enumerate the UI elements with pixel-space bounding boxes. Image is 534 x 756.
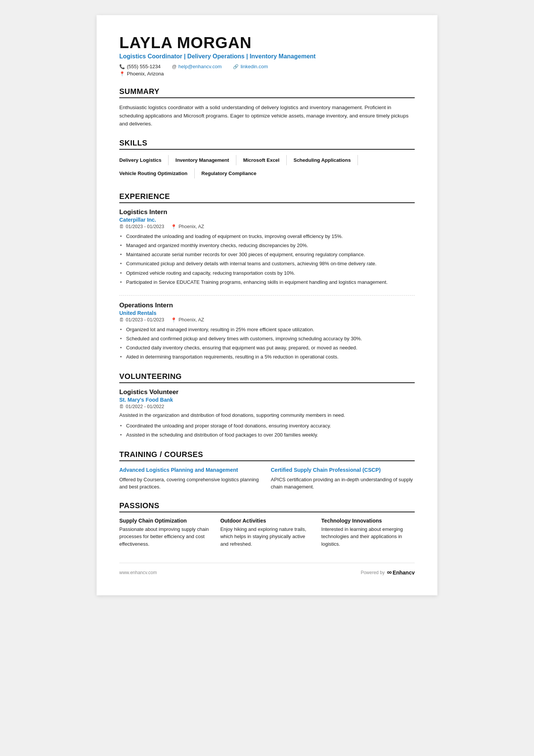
job-1-title: Logistics Intern <box>119 208 415 216</box>
experience-title: EXPERIENCE <box>119 192 415 203</box>
skill-microsoft-excel: Microsoft Excel <box>243 155 287 165</box>
link-icon: 🔗 <box>233 64 239 69</box>
bullet-item: Scheduled and confirmed pickup and deliv… <box>120 334 415 343</box>
skill-inventory-management: Inventory Management <box>175 155 236 165</box>
training-item-1: Advanced Logistics Planning and Manageme… <box>119 466 263 491</box>
job-1-meta: 🗓 01/2023 - 01/2023 📍 Phoenix, AZ <box>119 224 415 230</box>
bullet-item: Communicated pickup and delivery details… <box>120 259 415 268</box>
job-1-bullets: Coordinated the unloading and loading of… <box>119 232 415 287</box>
skills-section: SKILLS Delivery Logistics Inventory Mana… <box>119 139 415 182</box>
footer: www.enhancv.com Powered by ∞ Enhancv <box>119 563 415 576</box>
vol-date: 🗓 01/2022 - 01/2022 <box>119 404 164 409</box>
skill-vehicle-routing: Vehicle Routing Optimization <box>119 168 195 178</box>
training-item-2: Certified Supply Chain Professional (CSC… <box>271 466 415 491</box>
summary-title: SUMMARY <box>119 87 415 98</box>
resume-document: LAYLA MORGAN Logistics Coordinator | Del… <box>97 15 437 595</box>
candidate-name: LAYLA MORGAN <box>119 34 415 52</box>
vol-meta: 🗓 01/2022 - 01/2022 <box>119 404 415 409</box>
passion-3-title: Technology Innovations <box>321 518 415 524</box>
skill-delivery-logistics: Delivery Logistics <box>119 155 169 165</box>
job-2-company: United Rentals <box>119 310 415 316</box>
passion-2-title: Outdoor Activities <box>220 518 314 524</box>
calendar-icon: 🗓 <box>119 404 124 409</box>
bullet-item: Participated in Service EDUCATE Training… <box>120 278 415 287</box>
experience-section: EXPERIENCE Logistics Intern Caterpillar … <box>119 192 415 362</box>
training-1-title: Advanced Logistics Planning and Manageme… <box>119 466 263 474</box>
job-2-meta: 🗓 01/2023 - 01/2023 📍 Phoenix, AZ <box>119 317 415 323</box>
powered-by-text: Powered by <box>361 570 384 575</box>
skill-regulatory-compliance: Regulatory Compliance <box>201 168 263 178</box>
passion-1-desc: Passionate about improving supply chain … <box>119 526 213 548</box>
summary-section: SUMMARY Enthusiastic logistics coordinat… <box>119 87 415 128</box>
location-row: 📍 Phoenix, Arizona <box>119 71 415 77</box>
bullet-item: Aided in determining transportation requ… <box>120 352 415 362</box>
job-2-location: 📍 Phoenix, AZ <box>171 317 204 323</box>
job-1-company: Caterpillar Inc. <box>119 217 415 223</box>
training-1-desc: Offered by Coursera, covering comprehens… <box>119 476 263 491</box>
calendar-icon: 🗓 <box>119 224 124 229</box>
footer-brand: Powered by ∞ Enhancv <box>361 568 415 576</box>
job-2-bullets: Organized lot and managed inventory, res… <box>119 325 415 362</box>
linkedin-contact: 🔗 linkedin.com <box>233 64 268 69</box>
bullet-item: Organized lot and managed inventory, res… <box>120 325 415 334</box>
training-section: TRAINING / COURSES Advanced Logistics Pl… <box>119 450 415 491</box>
job-2-date: 🗓 01/2023 - 01/2023 <box>119 317 164 323</box>
enhancv-logo-icon: ∞ <box>387 568 392 576</box>
footer-website: www.enhancv.com <box>119 570 157 575</box>
bullet-item: Assisted in the scheduling and distribut… <box>120 430 415 440</box>
summary-text: Enthusiastic logistics coordinator with … <box>119 103 415 128</box>
vol-role: Logistics Volunteer <box>119 388 415 396</box>
bullet-item: Optimized vehicle routing and capacity, … <box>120 269 415 278</box>
passion-2-desc: Enjoy hiking and exploring nature trails… <box>220 526 314 548</box>
email-link[interactable]: help@enhancv.com <box>178 64 222 69</box>
volunteering-title: VOLUNTEERING <box>119 372 415 383</box>
linkedin-link[interactable]: linkedin.com <box>240 64 268 69</box>
training-2-title: Certified Supply Chain Professional (CSC… <box>271 466 415 474</box>
location-contact: 📍 Phoenix, Arizona <box>119 71 164 77</box>
email-icon: @ <box>172 64 176 69</box>
bullet-item: Conducted daily inventory checks, ensuri… <box>120 343 415 352</box>
job-1: Logistics Intern Caterpillar Inc. 🗓 01/2… <box>119 208 415 287</box>
skills-grid: Delivery Logistics Inventory Management … <box>119 155 415 182</box>
phone-icon: 📞 <box>119 64 125 69</box>
location-icon: 📍 <box>119 71 125 77</box>
enhancv-logo: ∞ Enhancv <box>387 568 415 576</box>
passion-item-3: Technology Innovations Interested in lea… <box>321 518 415 548</box>
bullet-item: Coordinated the unloading and proper sto… <box>120 421 415 430</box>
skill-scheduling-applications: Scheduling Applications <box>294 155 358 165</box>
phone-contact: 📞 (555) 555-1234 <box>119 64 161 69</box>
contact-row: 📞 (555) 555-1234 @ help@enhancv.com 🔗 li… <box>119 64 415 69</box>
job-divider <box>119 295 415 296</box>
candidate-title: Logistics Coordinator | Delivery Operati… <box>119 53 415 60</box>
training-2-desc: APICS certification providing an in-dept… <box>271 476 415 491</box>
volunteering-section: VOLUNTEERING Logistics Volunteer St. Mar… <box>119 372 415 440</box>
job-2-title: Operations Intern <box>119 302 415 309</box>
passions-section: PASSIONS Supply Chain Optimization Passi… <box>119 501 415 548</box>
training-grid: Advanced Logistics Planning and Manageme… <box>119 466 415 491</box>
phone-number: (555) 555-1234 <box>127 64 161 69</box>
location-text: Phoenix, Arizona <box>127 71 164 77</box>
calendar-icon: 🗓 <box>119 317 124 322</box>
vol-bullets: Coordinated the unloading and proper sto… <box>119 421 415 440</box>
vol-org: St. Mary's Food Bank <box>119 397 415 403</box>
passion-item-1: Supply Chain Optimization Passionate abo… <box>119 518 213 548</box>
bullet-item: Coordinated the unloading and loading of… <box>120 232 415 241</box>
passion-1-title: Supply Chain Optimization <box>119 518 213 524</box>
job-1-date: 🗓 01/2023 - 01/2023 <box>119 224 164 230</box>
job-1-location: 📍 Phoenix, AZ <box>171 224 204 230</box>
passion-3-desc: Interested in learning about emerging te… <box>321 526 415 548</box>
passion-item-2: Outdoor Activities Enjoy hiking and expl… <box>220 518 314 548</box>
brand-name: Enhancv <box>393 570 415 576</box>
bullet-item: Managed and organized monthly inventory … <box>120 241 415 250</box>
vol-intro: Assisted in the organization and distrib… <box>119 412 415 419</box>
passions-grid: Supply Chain Optimization Passionate abo… <box>119 518 415 548</box>
training-title: TRAINING / COURSES <box>119 450 415 461</box>
job-2: Operations Intern United Rentals 🗓 01/20… <box>119 302 415 362</box>
skills-title: SKILLS <box>119 139 415 150</box>
email-contact: @ help@enhancv.com <box>172 64 222 69</box>
location-pin-icon: 📍 <box>171 317 177 323</box>
passions-title: PASSIONS <box>119 501 415 512</box>
header: LAYLA MORGAN Logistics Coordinator | Del… <box>119 34 415 77</box>
bullet-item: Maintained accurate serial number record… <box>120 250 415 259</box>
location-pin-icon: 📍 <box>171 224 177 230</box>
